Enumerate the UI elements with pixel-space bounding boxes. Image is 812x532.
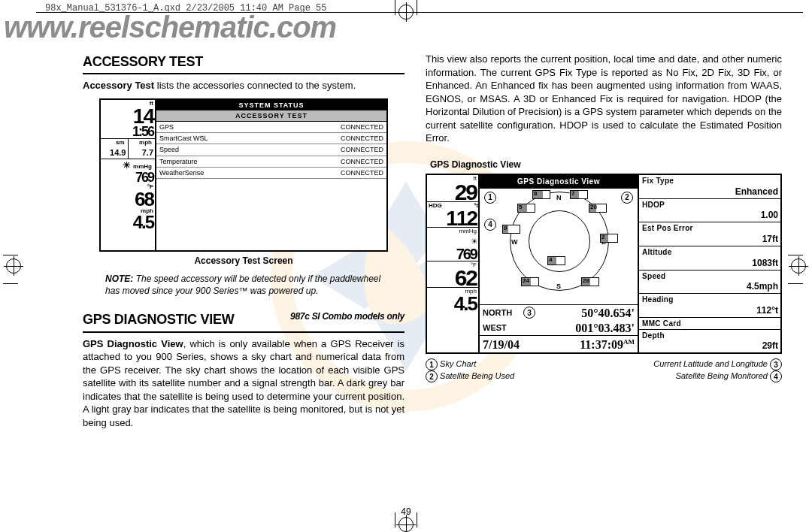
accessory-test-screenshot: ft 14 1:56 sm14.9 mph7.7 ☀ mmHg 769 °F 6…: [99, 98, 388, 252]
figure-legend: 1 Sky Chart 2 Satellite Being Used Curre…: [426, 358, 782, 382]
registration-mark-icon: [398, 517, 414, 532]
watermark-url: www.reelschematic.com: [4, 11, 336, 44]
gps-paragraph: GPS Diagnostic View, which is only avail…: [83, 337, 404, 430]
heading-accessory-test: ACCESSORY TEST: [83, 53, 404, 71]
accessory-caption: Accessory Test Screen: [83, 255, 404, 267]
accessory-note: NOTE: The speed accessory will be detect…: [105, 273, 382, 297]
right-paragraph: This view also reports the current posit…: [426, 53, 782, 145]
registration-mark-icon: [398, 5, 414, 20]
gps-figure-caption: GPS Diagnostic View: [430, 159, 782, 171]
callout-3: 3: [523, 307, 535, 319]
registration-mark-icon: [6, 258, 21, 274]
callout-2: 2: [621, 192, 633, 204]
registration-mark-icon: [791, 258, 806, 274]
accessory-test-lead: Accessory Test Accessory Test lists the …: [83, 79, 404, 92]
callout-4: 4: [484, 219, 496, 231]
heading-gps-diagnostic: GPS DIAGNOSTIC VIEW987c SI Combo models …: [83, 310, 404, 328]
page-number: 49: [401, 506, 411, 517]
callout-1: 1: [484, 192, 496, 204]
gps-diagnostic-screenshot: ft 29 HDG°t 112 mmHg ☀ 769 °F 62 mph 4.5…: [426, 174, 782, 354]
